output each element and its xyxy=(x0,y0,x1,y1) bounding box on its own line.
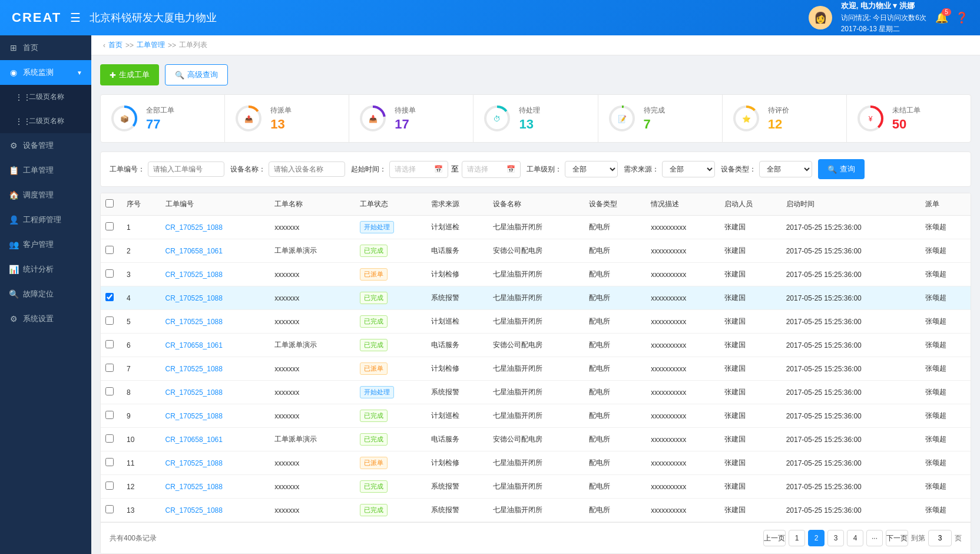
row-checkbox[interactable] xyxy=(105,364,114,372)
sidebar-item-workorder[interactable]: 📋 工单管理 xyxy=(0,158,91,183)
row-checkbox[interactable] xyxy=(105,482,114,490)
select-all-checkbox[interactable] xyxy=(105,199,114,207)
device-name-input[interactable] xyxy=(269,161,345,177)
stat-card-pending-process[interactable]: ⏱ 待处理 13 xyxy=(474,95,598,142)
row-dispatcher: 张颂超 xyxy=(921,216,971,239)
table-row[interactable]: 1 CR_170525_1088 xxxxxxx 开始处理 计划巡检 七星油脂开… xyxy=(101,216,971,239)
row-checkbox[interactable] xyxy=(105,293,114,301)
order-no-input[interactable] xyxy=(148,161,224,177)
sidebar-item-dispatch[interactable]: 🏠 调度管理 xyxy=(0,183,91,207)
table-row[interactable]: 10 CR_170658_1061 工单派单演示 已完成 电话服务 安德公司配电… xyxy=(101,428,971,451)
table-row[interactable]: 8 CR_170525_1088 xxxxxxx 开始处理 系统报警 七星油脂开… xyxy=(101,381,971,404)
sidebar-item-equipment[interactable]: ⚙ 设备管理 xyxy=(0,133,91,158)
row-device: 七星油脂开闭所 xyxy=(488,475,585,499)
sidebar-item-sub2[interactable]: ⋮⋮ 二级页名称 xyxy=(0,109,91,133)
help-btn[interactable]: ❓ xyxy=(955,11,968,24)
row-checkbox[interactable] xyxy=(105,387,114,395)
row-dispatcher: 张颂超 xyxy=(921,499,971,522)
table-row[interactable]: 3 CR_170525_1088 xxxxxxx 已派单 计划检修 七星油脂开闭… xyxy=(101,263,971,286)
row-status: 已完成 xyxy=(355,286,426,310)
row-source: 计划巡检 xyxy=(426,310,488,334)
row-seq: 11 xyxy=(122,451,161,475)
sidebar-item-sub1[interactable]: ⋮⋮ 二级页名称 xyxy=(0,85,91,109)
stat-card-unclosed[interactable]: ¥ 未结工单 50 xyxy=(847,95,971,142)
row-desc: xxxxxxxxxx xyxy=(646,334,720,357)
source-select[interactable]: 全部 xyxy=(662,161,715,177)
stat-info: 未结工单 50 xyxy=(892,105,962,132)
col-time: 启动时间 xyxy=(782,193,921,216)
row-checkbox[interactable] xyxy=(105,222,114,230)
menu-toggle-icon[interactable]: ☰ xyxy=(70,11,81,25)
row-device-type: 配电所 xyxy=(584,286,646,310)
table-row[interactable]: 2 CR_170658_1061 工单派单演示 已完成 电话服务 安德公司配电房… xyxy=(101,239,971,263)
row-checkbox[interactable] xyxy=(105,505,114,513)
row-desc: xxxxxxxxxx xyxy=(646,499,720,522)
row-checkbox[interactable] xyxy=(105,340,114,348)
sub-icon: ⋮⋮ xyxy=(15,93,24,102)
sidebar-item-fault[interactable]: 🔍 故障定位 xyxy=(0,282,91,306)
table-row[interactable]: 12 CR_170525_1088 xxxxxxx 已完成 系统报警 七星油脂开… xyxy=(101,475,971,499)
sidebar-item-engineer[interactable]: 👤 工程师管理 xyxy=(0,207,91,232)
table-row[interactable]: 6 CR_170658_1061 工单派单演示 已完成 电话服务 安德公司配电房… xyxy=(101,334,971,357)
page-btn-2[interactable]: 2 xyxy=(808,530,825,546)
sidebar-item-monitor[interactable]: ◉ 系统监测 ▼ xyxy=(0,60,91,85)
row-order-no: CR_170525_1088 xyxy=(161,451,270,475)
row-device-type: 配电所 xyxy=(584,428,646,451)
row-checkbox[interactable] xyxy=(105,246,114,254)
page-btn-3[interactable]: 3 xyxy=(827,530,844,546)
next-page-button[interactable]: 下一页 xyxy=(886,530,908,546)
sidebar-item-home[interactable]: ⊞ 首页 xyxy=(0,35,91,60)
stat-card-pending-dispatch[interactable]: 📤 待派单 13 xyxy=(225,95,349,142)
row-checkbox-cell xyxy=(101,357,122,381)
sidebar-item-stats[interactable]: 📊 统计分析 xyxy=(0,257,91,282)
stat-card-pending-accept[interactable]: 📥 待接单 17 xyxy=(349,95,474,142)
create-order-button[interactable]: ✚ 生成工单 xyxy=(100,64,159,85)
row-source: 计划检修 xyxy=(426,451,488,475)
table-row[interactable]: 11 CR_170525_1088 xxxxxxx 已派单 计划检修 七星油脂开… xyxy=(101,451,971,475)
table-row[interactable]: 5 CR_170525_1088 xxxxxxx 已完成 计划巡检 七星油脂开闭… xyxy=(101,310,971,334)
breadcrumb-home[interactable]: 首页 xyxy=(108,40,122,50)
notification-btn[interactable]: 🔔 5 xyxy=(935,11,948,24)
sidebar-item-customer[interactable]: 👥 客户管理 xyxy=(0,232,91,257)
page-btn-1[interactable]: 1 xyxy=(789,530,805,546)
level-select[interactable]: 全部 xyxy=(565,161,618,177)
prev-page-button[interactable]: 上一页 xyxy=(763,530,786,546)
status-badge: 开始处理 xyxy=(360,221,394,233)
row-seq: 5 xyxy=(122,310,161,334)
status-badge: 已完成 xyxy=(360,504,388,516)
row-starter: 张建国 xyxy=(720,475,782,499)
end-date-input[interactable]: 请选择 📅 xyxy=(462,161,521,178)
row-checkbox-cell xyxy=(101,428,122,451)
device-type-field: 设备类型： 全部 xyxy=(721,161,812,177)
stat-card-pending-complete[interactable]: 📝 待完成 7 xyxy=(598,95,723,142)
col-status: 工单状态 xyxy=(355,193,426,216)
settings-icon: ⚙ xyxy=(9,314,18,324)
device-type-select[interactable]: 全部 xyxy=(759,161,812,177)
breadcrumb-parent[interactable]: 工单管理 xyxy=(137,40,165,50)
table-row[interactable]: 13 CR_170525_1088 xxxxxxx 已完成 系统报警 七星油脂开… xyxy=(101,499,971,522)
start-date-input[interactable]: 请选择 📅 xyxy=(389,161,448,178)
row-order-no: CR_170525_1088 xyxy=(161,357,270,381)
row-checkbox[interactable] xyxy=(105,434,114,443)
row-checkbox[interactable] xyxy=(105,411,114,419)
row-checkbox[interactable] xyxy=(105,269,114,278)
search-button[interactable]: 🔍 查询 xyxy=(818,159,865,179)
row-time: 2017-05-25 15:25:36:00 xyxy=(782,357,921,381)
row-status: 开始处理 xyxy=(355,381,426,404)
table-row[interactable]: 7 CR_170525_1088 xxxxxxx 已派单 计划检修 七星油脂开闭… xyxy=(101,357,971,381)
row-desc: xxxxxxxxxx xyxy=(646,451,720,475)
page-btn-4[interactable]: 4 xyxy=(847,530,863,546)
table: 序号 工单编号 工单名称 工单状态 需求来源 设备名称 设备类型 情况描述 启动… xyxy=(101,193,971,522)
stat-card-all[interactable]: 📦 全部工单 77 xyxy=(101,95,225,142)
row-checkbox[interactable] xyxy=(105,316,114,325)
goto-unit: 页 xyxy=(955,533,962,543)
stat-label: 待评价 xyxy=(768,105,837,116)
user-name[interactable]: 欢迎, 电力物业 ▾ 洪娜 xyxy=(841,0,926,12)
stat-card-pending-review[interactable]: ⭐ 待评价 12 xyxy=(723,95,847,142)
row-checkbox[interactable] xyxy=(105,458,114,466)
table-row[interactable]: 9 CR_170525_1088 xxxxxxx 已完成 计划巡检 七星油脂开闭… xyxy=(101,404,971,428)
table-row[interactable]: 4 CR_170525_1088 xxxxxxx 已完成 系统报警 七星油脂开闭… xyxy=(101,286,971,310)
goto-input[interactable] xyxy=(928,530,952,546)
advanced-search-button[interactable]: 🔍 高级查询 xyxy=(165,64,228,85)
sidebar-item-settings[interactable]: ⚙ 系统设置 xyxy=(0,306,91,331)
